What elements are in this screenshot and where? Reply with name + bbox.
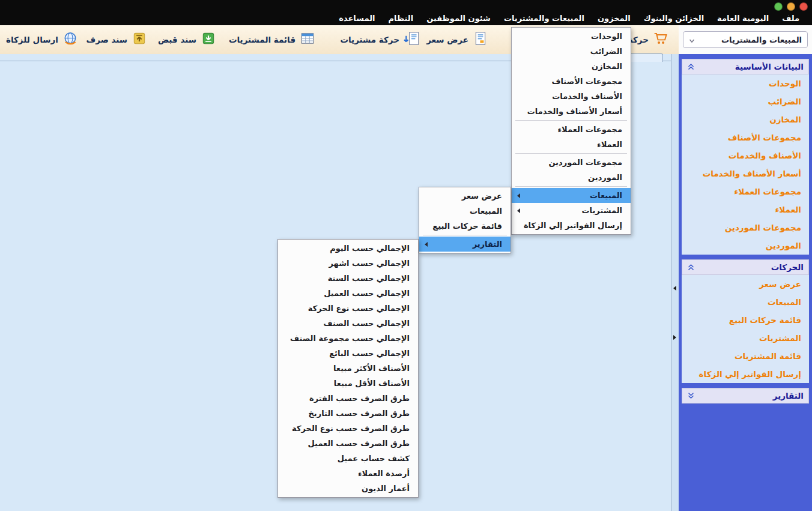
- section-title: البيانات الأساسية: [735, 62, 804, 71]
- menubar-item-help[interactable]: المساعدة: [332, 12, 381, 25]
- menu-item-items-services[interactable]: الأصناف والخدمات: [512, 89, 631, 104]
- price-quote-icon: [473, 31, 488, 49]
- sidebar-section-header-basic-data[interactable]: البيانات الأساسية: [682, 59, 809, 74]
- menu-item-taxes[interactable]: الضرائب: [512, 44, 631, 59]
- menu-item-total-by-customer[interactable]: الإجمالي حسب العميل: [278, 286, 418, 301]
- menu-item-sales-transactions-list[interactable]: قائمة حركات البيع: [419, 219, 511, 234]
- menu-item-least-selling-items[interactable]: الأصناف الأقل مبيعا: [278, 376, 418, 391]
- module-selector-dropdown[interactable]: المبيعات والمشتريات: [683, 31, 808, 48]
- menu-item-payment-methods-by-trans-type[interactable]: طرق الصرف حسب نوع الحركة: [278, 421, 418, 436]
- sidebar-item-item-prices[interactable]: أسعار الأصناف والخدمات: [682, 165, 809, 183]
- menubar-item-general-journal[interactable]: اليومية العامة: [710, 12, 775, 25]
- menubar-item-safes-banks[interactable]: الخزائن والبنوك: [637, 12, 710, 25]
- sidebar-section-transactions: الحركات عرض سعر المبيعات قائمة حركات الب…: [682, 259, 809, 383]
- app-window: ملف اليومية العامة الخزائن والبنوك المخز…: [0, 0, 812, 511]
- menu-item-total-by-item[interactable]: الإجمالي حسب الصنف: [278, 316, 418, 331]
- menu-item-customer-statement[interactable]: كشف حساب عميل: [278, 451, 418, 466]
- menu-item-debt-aging[interactable]: أعمار الديون: [278, 481, 418, 496]
- menu-item-send-invoices-zakat[interactable]: إرسال الفواتير إلي الزكاة: [512, 218, 631, 233]
- purchases-list-button[interactable]: قائمة المشتريات: [226, 29, 318, 50]
- sidebar-item-purchases[interactable]: المشتريات: [682, 329, 809, 347]
- toolbar-button-label: سند قبض: [158, 35, 196, 44]
- section-title: الحركات: [771, 262, 804, 272]
- menubar-item-hr[interactable]: شئون الموظفين: [420, 12, 497, 25]
- menu-item-label: العملاء: [597, 140, 622, 149]
- menu-item-warehouses[interactable]: المخازن: [512, 59, 631, 74]
- sidebar-item-customers[interactable]: العملاء: [682, 201, 809, 219]
- payment-voucher-button[interactable]: سند صرف: [83, 29, 150, 50]
- menu-item-payment-methods-by-date[interactable]: طرق الصرف حسب التاريخ: [278, 406, 418, 421]
- sidebar-item-vendor-groups[interactable]: مجموعات الموردين: [682, 219, 809, 237]
- toolbar-button-label: حركة مشتريات: [340, 35, 399, 44]
- menu-item-label: الإجمالي حسب الصنف: [324, 319, 410, 328]
- sidebar-item-item-groups[interactable]: مجموعات الأصناف: [682, 129, 809, 147]
- menu-item-vendors[interactable]: الموردين: [512, 170, 631, 185]
- purchases-list-icon: [300, 31, 315, 49]
- send-to-zakat-button[interactable]: ارسال للزكاة: [3, 29, 81, 50]
- menu-item-units[interactable]: الوحدات: [512, 29, 631, 44]
- menu-item-customer-groups[interactable]: مجموعات العملاء: [512, 122, 631, 137]
- sidebar-section-header-reports[interactable]: التقارير: [682, 388, 809, 404]
- splitter-expand-arrow-icon[interactable]: [673, 335, 676, 340]
- menu-item-label: الإجمالي حسب اليوم: [330, 244, 410, 253]
- sidebar-item-price-quote[interactable]: عرض سعر: [682, 275, 809, 293]
- content-tab[interactable]: [626, 53, 663, 62]
- menu-item-label: الإجمالي حسب البائع: [329, 349, 410, 358]
- menubar-item-file[interactable]: ملف: [775, 12, 806, 25]
- menu-item-label: مجموعات العملاء: [557, 125, 622, 134]
- window-zoom-button[interactable]: [774, 2, 783, 11]
- menu-item-reports[interactable]: التقارير: [419, 237, 511, 252]
- sidebar-item-units[interactable]: الوحدات: [682, 74, 809, 92]
- menubar-item-inventory[interactable]: المخزون: [591, 12, 637, 25]
- menu-item-customers[interactable]: العملاء: [512, 137, 631, 152]
- sidebar-section-reports: التقارير: [682, 388, 809, 404]
- menubar-item-system[interactable]: النظام: [381, 12, 420, 25]
- menu-item-label: التقارير: [473, 240, 502, 249]
- sidebar-item-taxes[interactable]: الضرائب: [682, 92, 809, 110]
- sidebar-item-warehouses[interactable]: المخازن: [682, 110, 809, 129]
- sidebar-section-header-transactions[interactable]: الحركات: [682, 259, 809, 275]
- sidebar-item-sales-list[interactable]: قائمة حركات البيع: [682, 311, 809, 329]
- window-close-button[interactable]: [799, 2, 808, 11]
- menu-item-label: الإجمالي حسب نوع الحركة: [308, 304, 410, 313]
- sidebar-item-vendors[interactable]: الموردين: [682, 237, 809, 255]
- window-minimize-button[interactable]: [787, 2, 795, 11]
- sidebar-item-send-invoices-zakat[interactable]: إرسال الفواتير إلي الزكاة: [682, 365, 809, 383]
- sidebar-item-items-services[interactable]: الأصناف والخدمات: [682, 147, 809, 165]
- menu-item-payment-methods-by-customer[interactable]: طرق الصرف حسب العميل: [278, 436, 418, 451]
- receipt-voucher-button[interactable]: سند قبض: [155, 29, 219, 50]
- splitter-strip[interactable]: [671, 54, 679, 511]
- menu-item-customer-balances[interactable]: أرصدة العملاء: [278, 466, 418, 481]
- titlebar: ملف اليومية العامة الخزائن والبنوك المخز…: [0, 0, 812, 25]
- price-quote-button[interactable]: عرض سعر: [423, 29, 491, 50]
- menu-item-label: الأصناف الأكثر مبيعا: [333, 364, 410, 373]
- menu-separator: [515, 186, 627, 187]
- purchase-transaction-button[interactable]: حركة مشتريات: [337, 29, 423, 50]
- menu-item-price-quote[interactable]: عرض سعر: [419, 189, 511, 204]
- menu-item-total-by-month[interactable]: الإجمالي حسب اشهر: [278, 256, 418, 271]
- menu-item-vendor-groups[interactable]: مجموعات الموردين: [512, 155, 631, 170]
- sales-purchases-menu: الوحدات الضرائب المخازن مجموعات الأصناف …: [511, 27, 631, 235]
- menu-item-item-groups[interactable]: مجموعات الأصناف: [512, 74, 631, 89]
- menu-item-total-by-salesman[interactable]: الإجمالي حسب البائع: [278, 346, 418, 361]
- sidebar-item-sales[interactable]: المبيعات: [682, 293, 809, 311]
- sidebar-section-items: عرض سعر المبيعات قائمة حركات البيع المشت…: [682, 275, 809, 383]
- menu-item-purchases[interactable]: المشتريات: [512, 203, 631, 218]
- menu-item-item-prices[interactable]: أسعار الأصناف والخدمات: [512, 104, 631, 119]
- sidebar-item-purchases-list[interactable]: قائمة المشتريات: [682, 347, 809, 365]
- menu-item-sales-entry[interactable]: المبيعات: [419, 204, 511, 219]
- menu-item-total-by-trans-type[interactable]: الإجمالي حسب نوع الحركة: [278, 301, 418, 316]
- menu-item-payment-methods-by-period[interactable]: طرق الصرف حسب الفترة: [278, 391, 418, 406]
- menu-item-total-by-year[interactable]: الإجمالي حسب السنة: [278, 271, 418, 286]
- sidebar: البيانات الأساسية الوحدات الضرائب المخاز…: [679, 54, 812, 511]
- menu-item-label: الأصناف والخدمات: [552, 92, 622, 101]
- menu-item-total-by-day[interactable]: الإجمالي حسب اليوم: [278, 241, 418, 256]
- menu-item-best-selling-items[interactable]: الأصناف الأكثر مبيعا: [278, 361, 418, 376]
- splitter-collapse-arrow-icon[interactable]: [673, 286, 676, 291]
- menu-item-label: إرسال الفواتير إلي الزكاة: [524, 221, 622, 230]
- menu-item-total-by-item-group[interactable]: الإجمالي حسب مجموعة الصنف: [278, 331, 418, 346]
- menu-item-sales[interactable]: المبيعات: [512, 188, 631, 203]
- sidebar-item-customer-groups[interactable]: مجموعات العملاء: [682, 183, 809, 201]
- menubar-item-sales-purchases[interactable]: المبيعات والمشتريات: [497, 12, 591, 25]
- menu-item-label: الإجمالي حسب العميل: [324, 289, 410, 298]
